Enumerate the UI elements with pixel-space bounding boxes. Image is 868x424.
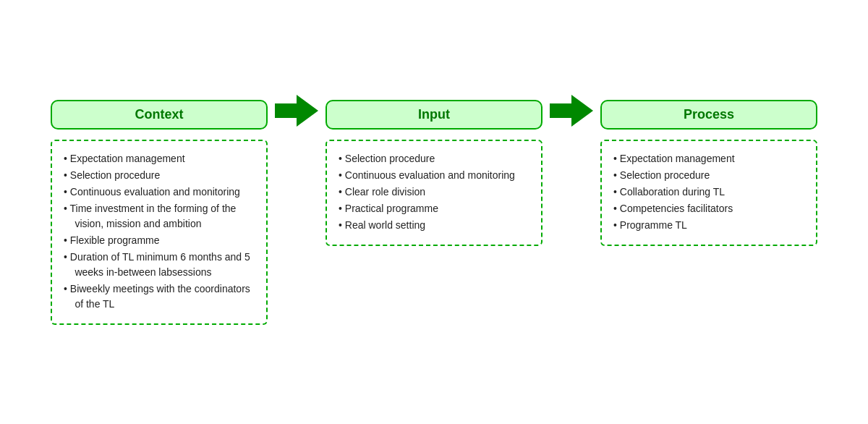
process-column: Process Expectation management Selection… (600, 100, 817, 246)
arrow-2 (542, 95, 600, 127)
list-item: Selection procedure (613, 168, 804, 183)
right-arrow-icon (275, 95, 318, 127)
process-header: Process (600, 100, 817, 130)
list-item: Expectation management (613, 151, 804, 166)
right-arrow-icon (550, 95, 593, 127)
context-header: Context (51, 100, 268, 130)
input-header: Input (326, 100, 542, 130)
list-item: Flexible programme (64, 233, 255, 248)
list-item: Competencies facilitators (613, 201, 804, 216)
list-item: Selection procedure (64, 168, 255, 183)
list-item: Biweekly meetings with the coordinators … (64, 281, 255, 312)
list-item: Expectation management (64, 151, 255, 166)
list-item: Duration of TL minimum 6 months and 5 we… (64, 250, 255, 280)
input-list: Selection procedure Continuous evaluatio… (339, 151, 529, 233)
diagram: Context Expectation management Selection… (0, 78, 868, 347)
input-column: Input Selection procedure Continuous eva… (326, 100, 542, 246)
list-item: Time investment in the forming of the vi… (64, 201, 255, 232)
list-item: Continuous evaluation and monitoring (64, 185, 255, 200)
context-column: Context Expectation management Selection… (51, 100, 268, 325)
process-list: Expectation management Selection procedu… (613, 151, 804, 233)
arrow-1 (268, 95, 326, 127)
list-item: Programme TL (613, 218, 804, 233)
context-content: Expectation management Selection procedu… (51, 140, 268, 325)
list-item: Selection procedure (339, 151, 529, 166)
context-list: Expectation management Selection procedu… (64, 151, 255, 312)
list-item: Practical programme (339, 201, 529, 216)
process-content: Expectation management Selection procedu… (600, 140, 817, 246)
list-item: Real world setting (339, 218, 529, 233)
list-item: Clear role division (339, 185, 529, 200)
list-item: Continuous evaluation and monitoring (339, 168, 529, 183)
input-content: Selection procedure Continuous evaluatio… (326, 140, 542, 246)
list-item: Collaboration during TL (613, 185, 804, 200)
